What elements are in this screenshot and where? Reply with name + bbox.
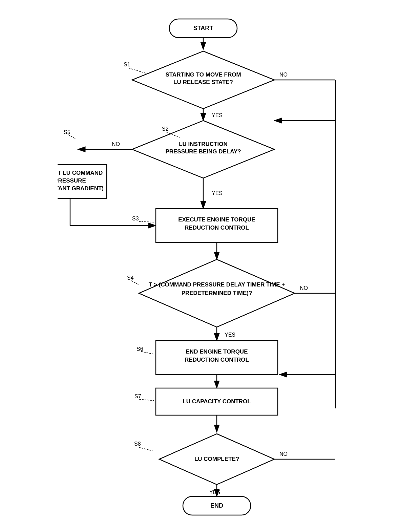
s6-label1: END ENGINE TORQUE bbox=[186, 348, 248, 355]
s1-step: S1 bbox=[124, 62, 130, 67]
s8-no-label: NO bbox=[279, 451, 288, 457]
s2-step: S2 bbox=[162, 126, 169, 132]
s7-step: S7 bbox=[134, 393, 141, 399]
diagram-container: START STARTING TO MOVE FROM LU RELEASE S… bbox=[0, 0, 420, 532]
s5-label3: (CONSTANT GRADIENT) bbox=[58, 185, 104, 192]
s8-step: S8 bbox=[134, 441, 141, 447]
s7-label: LU CAPACITY CONTROL bbox=[183, 398, 251, 405]
s4-no-label: NO bbox=[300, 285, 308, 291]
s6-step-line bbox=[141, 352, 154, 354]
s4-step-line bbox=[131, 281, 139, 285]
s4-step: S4 bbox=[127, 275, 134, 281]
s8-label: LU COMPLETE? bbox=[194, 456, 239, 462]
end-label: END bbox=[210, 502, 223, 509]
start-label: START bbox=[193, 24, 213, 31]
s6-label2: REDUCTION CONTROL bbox=[185, 357, 249, 363]
s5-step: S5 bbox=[64, 129, 70, 135]
s3-label1: EXECUTE ENGINE TORQUE bbox=[178, 216, 255, 223]
s1-label-line1: STARTING TO MOVE FROM bbox=[165, 71, 241, 78]
s3-step-line bbox=[139, 221, 154, 222]
s3-step: S3 bbox=[132, 216, 139, 221]
s5-step-line bbox=[68, 135, 76, 139]
s5-label1: OUTPUT LU COMMAND bbox=[58, 170, 103, 176]
s4-label2: PREDETERMINED TIME)? bbox=[182, 290, 252, 296]
s4-yes-label: YES bbox=[225, 332, 235, 338]
s2-label-line1: LU INSTRUCTION bbox=[179, 141, 228, 147]
s1-label-line2: LU RELEASE STATE? bbox=[173, 79, 233, 85]
s5-label2: PRESSURE bbox=[58, 177, 86, 184]
s3-label2: REDUCTION CONTROL bbox=[185, 225, 249, 231]
s8-yes-label: YES bbox=[209, 489, 220, 495]
s2-yes-label: YES bbox=[212, 190, 223, 196]
s2-no-label: NO bbox=[112, 141, 120, 147]
s6-step: S6 bbox=[136, 346, 143, 352]
s8-step-line bbox=[139, 447, 152, 451]
s7-step-line bbox=[139, 399, 154, 401]
s4-label1: T > (COMMAND PRESSURE DELAY TIMER TIME + bbox=[149, 281, 285, 288]
s1-yes-label: YES bbox=[212, 112, 223, 118]
s2-label-line2: PRESSURE BEING DELAY? bbox=[165, 148, 241, 155]
s1-no-label: NO bbox=[279, 72, 288, 78]
s1-step-line bbox=[129, 68, 146, 73]
